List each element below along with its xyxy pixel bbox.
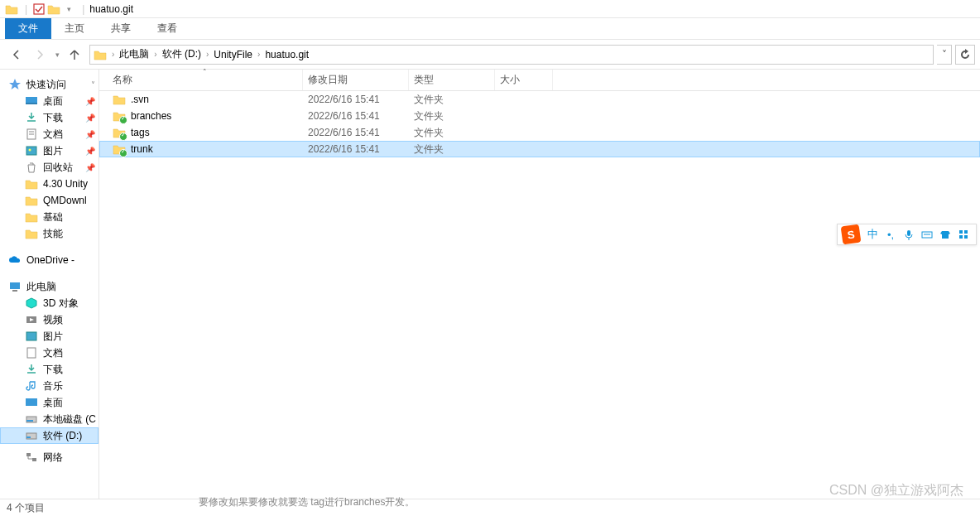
svg-rect-0	[34, 4, 44, 14]
sidebar-item-disk-d[interactable]: 软件 (D:)	[0, 427, 98, 444]
ime-skin-button[interactable]	[937, 226, 954, 243]
file-name: trunk	[131, 143, 153, 155]
svg-rect-26	[964, 235, 968, 239]
picture-icon	[25, 330, 38, 343]
separator: |	[25, 3, 27, 15]
breadcrumb-item[interactable]: huatuo.git	[262, 49, 312, 60]
sidebar-item-folder[interactable]: 4.30 Unity	[0, 176, 98, 192]
folder-icon	[113, 126, 126, 139]
file-name: .svn	[131, 94, 149, 105]
title-bar: | ▾ | huatuo.git	[0, 0, 980, 18]
folder-icon	[5, 2, 18, 16]
chevron-right-icon[interactable]: ›	[204, 50, 210, 59]
sogou-logo-icon[interactable]: S	[841, 224, 862, 245]
breadcrumb[interactable]: › 此电脑 › 软件 (D:) › UnityFile › huatuo.git	[89, 45, 934, 65]
dropdown-icon[interactable]: ▾	[62, 2, 75, 16]
sidebar-item-pictures[interactable]: 图片📌	[0, 142, 98, 159]
refresh-button[interactable]	[955, 45, 975, 65]
svg-rect-9	[12, 290, 17, 292]
sidebar-this-pc[interactable]: 此电脑	[0, 278, 98, 295]
ime-keyboard-button[interactable]	[919, 226, 935, 243]
file-name: branches	[131, 110, 171, 122]
tab-file[interactable]: 文件	[5, 18, 51, 39]
disk-icon	[25, 412, 38, 426]
sidebar-onedrive[interactable]: OneDrive -	[0, 252, 98, 268]
svg-rect-25	[959, 235, 963, 239]
sidebar-item-pictures[interactable]: 图片	[0, 328, 98, 345]
checkbox-icon[interactable]	[32, 2, 46, 16]
chevron-down-icon[interactable]: ˅	[91, 80, 95, 89]
sidebar-item-folder[interactable]: 技能	[0, 225, 98, 242]
column-header-type[interactable]: 类型	[409, 70, 495, 90]
sidebar-quick-access[interactable]: 快速访问 ˅	[0, 76, 98, 93]
sidebar-item-desktop[interactable]: 桌面	[0, 394, 98, 411]
column-header-date[interactable]: 修改日期	[303, 70, 409, 90]
folder-icon	[113, 109, 126, 123]
forward-button[interactable]	[28, 43, 51, 66]
breadcrumb-dropdown[interactable]: ˅	[937, 45, 952, 65]
folder-icon	[25, 227, 38, 240]
breadcrumb-item[interactable]: UnityFile	[210, 49, 256, 60]
breadcrumb-item[interactable]: 软件 (D:)	[159, 47, 204, 61]
status-text: 4 个项目	[7, 501, 45, 515]
sidebar-item-folder[interactable]: QMDownl	[0, 192, 98, 209]
document-icon	[25, 346, 38, 359]
svg-point-7	[29, 149, 31, 152]
ime-lang-button[interactable]: 中	[864, 226, 881, 243]
cloud-icon	[8, 253, 22, 267]
sidebar-item-documents[interactable]: 文档📌	[0, 126, 98, 142]
file-row[interactable]: trunk2022/6/16 15:41文件夹	[99, 141, 980, 157]
file-row[interactable]: branches2022/6/16 15:41文件夹	[99, 108, 980, 124]
pin-icon: 📌	[85, 147, 95, 156]
sidebar-item-folder[interactable]: 基础	[0, 209, 98, 225]
file-type: 文件夹	[409, 109, 495, 123]
chevron-right-icon[interactable]: ›	[110, 50, 116, 59]
recent-dropdown[interactable]: ▾	[51, 43, 63, 66]
folder-icon	[113, 142, 126, 156]
ime-menu-button[interactable]	[955, 226, 972, 243]
recycle-icon	[25, 161, 38, 174]
svg-rect-6	[26, 147, 36, 155]
separator: |	[82, 3, 84, 15]
tab-home[interactable]: 主页	[51, 18, 98, 39]
pin-icon: 📌	[85, 163, 95, 172]
folder-small-icon[interactable]	[47, 2, 60, 16]
ime-voice-button[interactable]	[901, 226, 917, 243]
status-bar: 4 个项目	[0, 499, 980, 516]
folder-icon	[94, 48, 107, 61]
sidebar-item-documents[interactable]: 文档	[0, 345, 98, 361]
tab-view[interactable]: 查看	[144, 18, 190, 39]
up-button[interactable]	[63, 43, 86, 66]
sidebar-item-network[interactable]: 网络	[0, 449, 98, 465]
sidebar-item-videos[interactable]: 视频	[0, 311, 98, 328]
video-icon	[25, 313, 38, 326]
sidebar-item-music[interactable]: 音乐	[0, 378, 98, 394]
file-type: 文件夹	[409, 142, 495, 157]
ime-punct-button[interactable]: •,	[882, 226, 899, 243]
pc-icon	[8, 280, 22, 293]
sidebar-item-desktop[interactable]: 桌面📌	[0, 93, 98, 109]
breadcrumb-item[interactable]: 此电脑	[116, 47, 152, 61]
column-header-size[interactable]: 大小	[495, 70, 553, 90]
picture-icon	[25, 144, 38, 157]
folder-icon	[25, 194, 38, 207]
chevron-right-icon[interactable]: ›	[152, 50, 158, 59]
column-header-name[interactable]: 名称˄	[108, 70, 303, 90]
column-headers: 名称˄ 修改日期 类型 大小	[99, 70, 980, 91]
sidebar-item-downloads[interactable]: 下载	[0, 361, 98, 378]
file-row[interactable]: .svn2022/6/16 15:41文件夹	[99, 91, 980, 108]
sidebar-item-3d[interactable]: 3D 对象	[0, 295, 98, 311]
desktop-icon	[25, 94, 38, 108]
sidebar-item-recycle[interactable]: 回收站📌	[0, 159, 98, 176]
chevron-right-icon[interactable]: ›	[256, 50, 262, 59]
back-button[interactable]	[5, 43, 28, 66]
sidebar-item-downloads[interactable]: 下载📌	[0, 109, 98, 126]
sidebar-item-disk-c[interactable]: 本地磁盘 (C	[0, 411, 98, 427]
file-row[interactable]: tags2022/6/16 15:41文件夹	[99, 124, 980, 141]
svg-rect-8	[10, 282, 20, 289]
svn-badge-icon	[119, 133, 127, 141]
file-name: tags	[131, 127, 150, 138]
tab-share[interactable]: 共享	[98, 18, 144, 39]
ime-toolbar[interactable]: S 中 •,	[837, 224, 977, 245]
file-type: 文件夹	[409, 93, 495, 107]
